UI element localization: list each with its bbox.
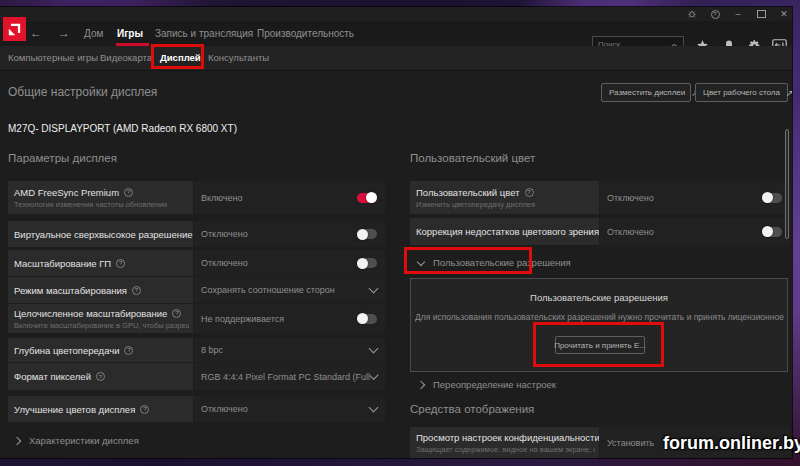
help-icon[interactable]: ? [116, 259, 125, 268]
subtab-graphics-card[interactable]: Видеокарта [100, 46, 152, 70]
close-icon[interactable]: ✕ [779, 7, 789, 21]
setting-row-gpu-scaling: Масштабирование ГП? Отключено [8, 250, 385, 276]
watermark: forum.onliner.by [663, 433, 800, 454]
toggle[interactable] [762, 193, 782, 203]
setting-row-scaling-mode: Режим масштабирования? Сохранять соотнош… [8, 277, 385, 303]
help-icon[interactable]: ? [124, 188, 133, 197]
annotation-box-custom-resolutions [404, 247, 532, 274]
tab-performance[interactable]: Производительность [257, 21, 354, 46]
scrollbar-thumb[interactable] [785, 129, 789, 239]
panel-eula-text: Для использования пользовательских разре… [415, 312, 785, 322]
main-navbar: ← → Дом Игры Запись и трансляция Произво… [0, 21, 792, 47]
toggle[interactable] [357, 193, 377, 203]
dropdown[interactable]: 8 bpc [194, 338, 385, 362]
page-title: Общие настройки дисплея [8, 85, 157, 99]
toggle[interactable] [357, 314, 377, 324]
install-button[interactable]: Установить [607, 438, 654, 448]
titlebar: ? – ✕ [0, 7, 792, 21]
display-tools-title: Средства отображения [410, 403, 534, 415]
amd-logo [3, 17, 26, 41]
display-name: M27Q- DISPLAYPORT (AMD Radeon RX 6800 XT… [8, 123, 237, 134]
setting-row-freesync: AMD FreeSync Premium? Технология изменен… [8, 181, 385, 214]
subtab-computer-games[interactable]: Компьютерные игры [8, 46, 98, 70]
setting-row-color-depth: Глубина цветопередачи? 8 bpc [8, 338, 385, 362]
help-icon[interactable]: ? [124, 346, 133, 355]
chevron-down-icon [369, 403, 379, 413]
external-arrow-icon: ↗ [786, 88, 792, 98]
radeon-software-window: ? – ✕ ← → Дом Игры Запись и трансляция П… [0, 7, 792, 458]
right-section-title: Пользовательский цвет [410, 152, 535, 164]
settings-override-expander[interactable]: Переопределение настроек [418, 379, 556, 390]
help-icon[interactable]: ? [132, 286, 141, 295]
toggle[interactable] [762, 227, 782, 237]
dropdown[interactable]: RGB 4:4:4 Pixel Format PC Standard (Full… [194, 363, 385, 390]
setting-row-color-deficiency: Коррекция недостатков цветового зрения? … [410, 218, 790, 245]
annotation-box-eula-button [533, 322, 664, 367]
chevron-right-icon [13, 436, 21, 444]
sub-navbar: Компьютерные игры Видеокарта Дисплей Кон… [0, 46, 792, 71]
chevron-down-icon [369, 284, 379, 294]
help-icon[interactable]: ? [710, 7, 720, 21]
toggle[interactable] [357, 229, 377, 239]
maximize-icon[interactable] [756, 7, 766, 21]
annotation-box-display-tab [151, 44, 204, 69]
setting-row-vsr: Виртуальное сверхвысокое разрешение? Отк… [8, 221, 385, 247]
desktop-color-button[interactable]: Цвет рабочего стола↗ [695, 83, 788, 102]
subtab-advisors[interactable]: Консультанты [208, 46, 269, 70]
back-icon[interactable]: ← [30, 21, 42, 46]
dropdown[interactable]: Отключено [194, 396, 385, 422]
bug-report-icon[interactable] [687, 7, 697, 21]
setting-row-custom-color: Пользовательский цвет? Изменить цветопер… [410, 181, 790, 214]
minimize-icon[interactable]: – [733, 7, 743, 21]
tab-home[interactable]: Дом [84, 21, 103, 46]
setting-row-pixel-format: Формат пикселей? RGB 4:4:4 Pixel Format … [8, 363, 385, 390]
setting-row-integer-scaling: Целочисленное масштабирование? Включите … [8, 304, 385, 333]
help-icon[interactable]: ? [172, 309, 181, 318]
panel-title: Пользовательские разрешения [411, 292, 787, 303]
help-icon[interactable]: ? [525, 188, 534, 197]
arrange-displays-button[interactable]: Разместить дисплеи↗ [601, 83, 691, 102]
help-icon[interactable]: ? [140, 405, 149, 414]
chevron-down-icon [369, 344, 379, 354]
window-controls: ? – ✕ [687, 7, 789, 21]
dropdown[interactable]: Сохранять соотношение сторон [194, 277, 385, 303]
toggle[interactable] [357, 258, 377, 268]
left-section-title: Параметры дисплея [8, 152, 117, 164]
setting-row-color-enhancement: Улучшение цветов дисплея? Отключено [8, 396, 385, 422]
display-specs-expander[interactable]: Характеристики дисплея [14, 435, 139, 446]
forward-icon[interactable]: → [58, 21, 70, 46]
chevron-right-icon [417, 380, 425, 388]
tab-record-stream[interactable]: Запись и трансляция [155, 21, 253, 46]
help-icon[interactable]: ? [96, 372, 105, 381]
